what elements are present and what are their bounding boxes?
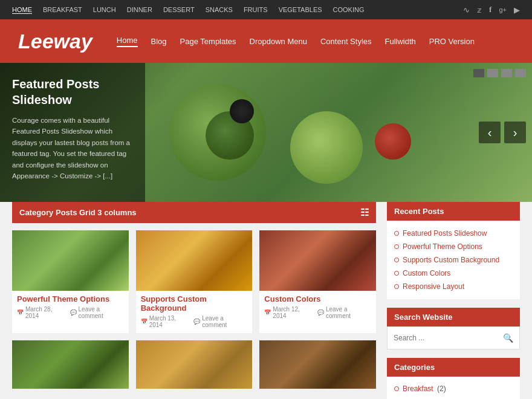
post-card-2-meta: 📅 March 13, 2014 💬 Leave a comment: [141, 315, 248, 328]
bullet-icon-4: [394, 271, 399, 276]
top-nav-links: HOME BREAKFAST LUNCH DINNER DESSERT SNAC…: [12, 6, 365, 14]
top-nav-lunch[interactable]: LUNCH: [93, 6, 116, 14]
recent-post-5-link[interactable]: Responsive Layout: [403, 282, 464, 291]
bullet-icon-5: [394, 284, 399, 289]
main-navigation: Home Blog Page Templates Dropdown Menu C…: [117, 36, 475, 47]
recent-posts-header: Recent Posts: [387, 202, 520, 221]
slide-dot-3[interactable]: [501, 69, 512, 77]
post-card-3-comment[interactable]: 💬 Leave a comment: [317, 306, 371, 319]
comment-icon-2: 💬: [193, 319, 200, 325]
top-nav-snacks[interactable]: SNACKS: [206, 6, 233, 14]
header-bar: Leeway Home Blog Page Templates Dropdown…: [0, 19, 532, 63]
featured-slideshow: Featured Posts Slideshow Courage comes w…: [0, 63, 532, 202]
post-card-1-comment[interactable]: 💬 Leave a comment: [70, 306, 124, 319]
post-card-1: Powerful Theme Options 📅 March 28, 2014 …: [12, 230, 129, 333]
recent-post-1: Featured Posts Slideshow: [394, 227, 513, 240]
comment-icon: 💬: [70, 310, 77, 316]
search-header: Search Website: [387, 308, 520, 326]
top-navigation: HOME BREAKFAST LUNCH DINNER DESSERT SNAC…: [0, 0, 532, 19]
post-card-4-image: [12, 340, 129, 389]
main-nav-content-styles[interactable]: Content Styles: [320, 37, 372, 46]
top-nav-fruits[interactable]: FRUITS: [244, 6, 268, 14]
slideshow-description: Courage comes with a beautiful Featured …: [12, 115, 133, 181]
recent-post-1-link[interactable]: Featured Posts Slideshow: [403, 229, 487, 238]
main-nav-blog[interactable]: Blog: [151, 37, 167, 46]
recent-posts-list: Featured Posts Slideshow Powerful Theme …: [387, 221, 520, 299]
search-button[interactable]: 🔍: [503, 333, 513, 343]
slide-dot-1[interactable]: [473, 69, 484, 77]
post-grid-row1: Powerful Theme Options 📅 March 28, 2014 …: [12, 223, 376, 340]
post-card-2-image: [136, 230, 253, 291]
main-nav-home[interactable]: Home: [117, 36, 138, 47]
search-section: Search Website 🔍: [387, 308, 520, 349]
post-card-2-comment[interactable]: 💬 Leave a comment: [193, 315, 247, 328]
recent-post-5: Responsive Layout: [394, 280, 513, 293]
post-card-4: [12, 340, 129, 389]
post-card-2-body: Supports Custom Background 📅 March 13, 2…: [136, 291, 253, 333]
youtube-icon[interactable]: ▶: [514, 5, 520, 15]
post-card-2: Supports Custom Background 📅 March 13, 2…: [136, 230, 253, 333]
main-nav-pro[interactable]: PRO Version: [429, 37, 475, 46]
categories-list: Breakfast (2): [387, 377, 520, 399]
calendar-icon-2: 📅: [141, 319, 148, 325]
next-slide-button[interactable]: ›: [504, 122, 526, 143]
post-card-2-title[interactable]: Supports Custom Background: [141, 294, 248, 313]
post-grid-row2: [12, 340, 376, 396]
post-card-6-image: [259, 340, 376, 389]
post-card-3-meta: 📅 March 12, 2014 💬 Leave a comment: [264, 306, 371, 319]
search-box: 🔍: [387, 326, 520, 349]
calendar-icon: 📅: [17, 310, 24, 316]
top-nav-breakfast[interactable]: BREAKFAST: [43, 6, 82, 14]
recent-post-4-link[interactable]: Custom Colors: [403, 269, 450, 277]
comment-icon-3: 💬: [317, 310, 324, 316]
bullet-icon-3: [394, 258, 399, 262]
slideshow-title: Featured Posts Slideshow: [12, 76, 133, 108]
prev-slide-button[interactable]: ‹: [479, 122, 501, 143]
post-card-3: Custom Colors 📅 March 12, 2014 💬 Leave a…: [259, 230, 376, 333]
categories-header: Categories: [387, 358, 520, 377]
grid-layout-icon[interactable]: ☷: [360, 207, 369, 218]
post-card-1-date: 📅 March 28, 2014: [17, 306, 65, 319]
calendar-icon-3: 📅: [264, 310, 271, 316]
category-section-header: Category Posts Grid 3 columns ☷: [12, 202, 376, 223]
recent-posts-section: Recent Posts Featured Posts Slideshow Po…: [387, 202, 520, 299]
content-area: Category Posts Grid 3 columns ☷ Powerful…: [12, 202, 387, 399]
search-input[interactable]: [394, 334, 503, 342]
main-nav-page-templates[interactable]: Page Templates: [180, 37, 236, 46]
main-nav-fullwidth[interactable]: Fullwidth: [385, 37, 416, 46]
post-card-3-date: 📅 March 12, 2014: [264, 306, 313, 319]
post-card-5-image: [136, 340, 253, 389]
twitter-icon[interactable]: 𝕫: [477, 5, 482, 15]
recent-post-3: Supports Custom Background: [394, 253, 513, 267]
top-nav-home[interactable]: HOME: [12, 6, 32, 14]
slideshow-text-overlay: Featured Posts Slideshow Courage comes w…: [0, 63, 145, 202]
top-nav-cooking[interactable]: COOKING: [333, 6, 365, 14]
post-card-3-image: [259, 230, 376, 291]
main-wrapper: Category Posts Grid 3 columns ☷ Powerful…: [0, 202, 532, 399]
bullet-icon-1: [394, 231, 399, 236]
sidebar: Recent Posts Featured Posts Slideshow Po…: [387, 202, 520, 399]
post-card-1-meta: 📅 March 28, 2014 💬 Leave a comment: [17, 306, 124, 319]
slide-dot-4[interactable]: [515, 69, 526, 77]
recent-post-3-link[interactable]: Supports Custom Background: [403, 256, 499, 264]
post-card-1-body: Powerful Theme Options 📅 March 28, 2014 …: [12, 291, 129, 324]
facebook-icon[interactable]: f: [489, 5, 491, 15]
bullet-icon-2: [394, 244, 399, 249]
category-breakfast-link[interactable]: Breakfast (2): [403, 384, 446, 393]
category-breakfast: Breakfast (2): [394, 383, 513, 395]
post-card-1-title[interactable]: Powerful Theme Options: [17, 294, 124, 303]
recent-post-2-link[interactable]: Powerful Theme Options: [403, 242, 482, 251]
top-nav-dessert[interactable]: DESSERT: [163, 6, 195, 14]
googleplus-icon[interactable]: g+: [499, 6, 507, 13]
rss-icon[interactable]: ∿: [463, 5, 470, 15]
post-card-3-title[interactable]: Custom Colors: [264, 294, 371, 303]
category-bullet-1: [394, 386, 399, 391]
top-nav-dinner[interactable]: DINNER: [127, 6, 152, 14]
slide-dot-2[interactable]: [487, 69, 498, 77]
main-nav-dropdown[interactable]: Dropdown Menu: [250, 37, 307, 46]
post-card-3-body: Custom Colors 📅 March 12, 2014 💬 Leave a…: [259, 291, 376, 324]
top-nav-vegetables[interactable]: VEGETABLES: [279, 6, 322, 14]
social-links: ∿ 𝕫 f g+ ▶: [463, 5, 520, 15]
post-card-1-image: [12, 230, 129, 291]
recent-post-4: Custom Colors: [394, 267, 513, 280]
